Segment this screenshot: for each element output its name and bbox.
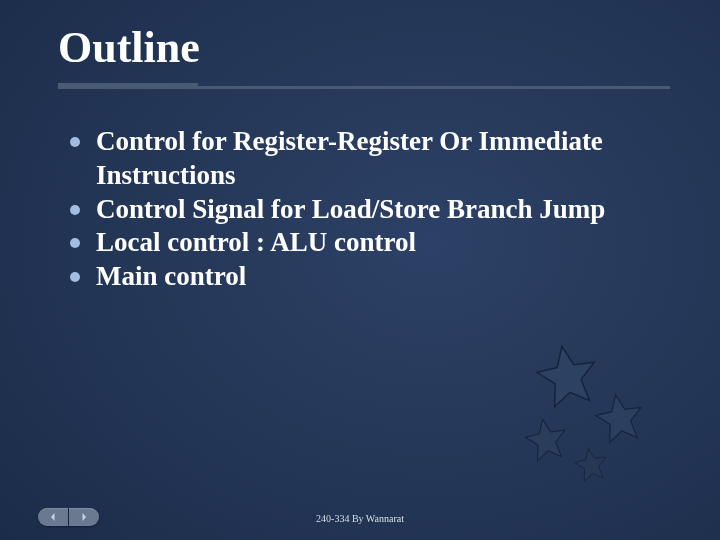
bullet-list: Control for Register-Register Or Immedia… (58, 125, 670, 294)
star-icon (569, 442, 613, 486)
bullet-item: Local control : ALU control (70, 226, 670, 260)
slide-footer: 240-334 By Wannarat (0, 513, 720, 524)
bullet-item: Main control (70, 260, 670, 294)
star-icon (526, 334, 607, 415)
bullet-item: Control for Register-Register Or Immedia… (70, 125, 670, 193)
slide: Outline Control for Register-Register Or… (0, 0, 720, 540)
star-icon (518, 411, 574, 467)
title-rule (58, 83, 670, 89)
bullet-item: Control Signal for Load/Store Branch Jum… (70, 193, 670, 227)
star-decoration (492, 320, 672, 500)
star-icon (588, 386, 652, 450)
slide-title: Outline (58, 22, 670, 73)
